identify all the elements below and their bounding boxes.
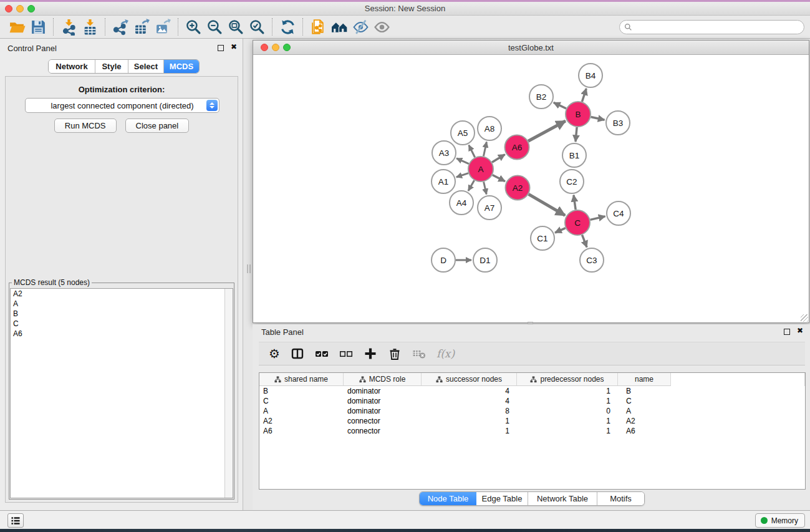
show-view-icon[interactable] bbox=[371, 17, 392, 36]
delete-column-icon[interactable] bbox=[388, 347, 402, 360]
delete-table-icon[interactable] bbox=[412, 347, 426, 360]
table-cell[interactable]: 1 bbox=[517, 427, 618, 435]
deselect-all-icon[interactable] bbox=[339, 347, 353, 360]
table-row[interactable]: Cdominator41C bbox=[259, 396, 805, 406]
function-builder-icon[interactable]: f(x) bbox=[436, 347, 455, 360]
graph-edge[interactable] bbox=[576, 127, 577, 142]
graph-edge[interactable] bbox=[469, 145, 475, 158]
column-header[interactable]: successor nodes bbox=[422, 373, 517, 386]
column-header[interactable]: MCDS role bbox=[344, 373, 422, 386]
close-panel-icon[interactable]: ✖ bbox=[797, 326, 803, 335]
scrollbar-track[interactable] bbox=[224, 289, 233, 498]
tab-select[interactable]: Select bbox=[128, 60, 164, 73]
table-cell[interactable]: A2 bbox=[618, 417, 671, 425]
table-cell[interactable]: 4 bbox=[422, 387, 517, 395]
column-header[interactable]: shared name bbox=[259, 373, 344, 386]
table-cell[interactable]: 8 bbox=[422, 407, 517, 415]
table-cell[interactable]: connector bbox=[344, 417, 422, 425]
vertical-splitter-handle[interactable] bbox=[247, 264, 251, 273]
open-file-icon[interactable] bbox=[6, 17, 27, 36]
table-cell[interactable]: A6 bbox=[259, 427, 344, 435]
table-cell[interactable]: A6 bbox=[618, 427, 671, 435]
table-cell[interactable]: 0 bbox=[517, 407, 618, 415]
node-table[interactable]: shared nameMCDS rolesuccessor nodesprede… bbox=[259, 372, 806, 490]
table-cell[interactable]: 1 bbox=[517, 387, 618, 395]
list-item[interactable]: B bbox=[11, 309, 233, 319]
graph-edge[interactable] bbox=[582, 235, 587, 248]
column-header[interactable]: name bbox=[618, 373, 671, 386]
table-cell[interactable]: 1 bbox=[422, 417, 517, 425]
graph-edge[interactable] bbox=[590, 216, 605, 220]
table-cell[interactable]: A2 bbox=[259, 417, 344, 425]
add-column-icon[interactable] bbox=[364, 347, 377, 360]
task-history-button[interactable] bbox=[7, 513, 24, 528]
table-cell[interactable]: 4 bbox=[422, 397, 517, 405]
export-table-icon[interactable] bbox=[131, 17, 152, 36]
tab-edge-table[interactable]: Edge Table bbox=[476, 492, 528, 505]
graph-edge[interactable] bbox=[574, 195, 576, 210]
tab-network[interactable]: Network bbox=[49, 60, 95, 73]
window-resize-grip[interactable] bbox=[801, 314, 808, 322]
search-input[interactable] bbox=[635, 22, 804, 33]
table-row[interactable]: Adominator80A bbox=[259, 406, 805, 416]
graph-edge[interactable] bbox=[529, 194, 565, 215]
tab-motifs[interactable]: Motifs bbox=[597, 492, 644, 505]
close-panel-icon[interactable]: ✖ bbox=[231, 42, 237, 51]
criterion-select[interactable]: largest connected component (directed) bbox=[25, 98, 219, 113]
graph-edge[interactable] bbox=[468, 180, 475, 191]
table-cell[interactable]: A bbox=[259, 407, 344, 415]
table-cell[interactable]: 1 bbox=[422, 427, 517, 435]
graph-edge[interactable] bbox=[492, 155, 505, 163]
mcds-result-list[interactable]: A2ABCA6 bbox=[10, 288, 233, 498]
network-window-titlebar[interactable]: testGlobe.txt bbox=[253, 41, 809, 55]
zoom-selected-icon[interactable] bbox=[246, 17, 268, 36]
export-image-icon[interactable] bbox=[152, 17, 173, 36]
column-header[interactable]: predecessor nodes bbox=[517, 373, 618, 386]
table-cell[interactable]: B bbox=[259, 387, 344, 395]
refresh-icon[interactable] bbox=[277, 17, 298, 36]
graph-edge[interactable] bbox=[483, 142, 486, 157]
table-cell[interactable]: dominator bbox=[344, 397, 422, 405]
graph-edge[interactable] bbox=[582, 89, 586, 102]
select-all-icon[interactable] bbox=[315, 347, 329, 360]
table-row[interactable]: A2connector11A2 bbox=[259, 416, 805, 426]
graph-edge[interactable] bbox=[484, 181, 487, 194]
split-columns-icon[interactable] bbox=[291, 347, 304, 360]
main-titlebar[interactable]: Session: New Session bbox=[0, 2, 810, 16]
list-item[interactable]: A2 bbox=[11, 289, 233, 299]
graph-edge[interactable] bbox=[591, 117, 605, 120]
table-cell[interactable]: 1 bbox=[517, 397, 618, 405]
hide-view-icon[interactable] bbox=[350, 17, 371, 36]
run-mcds-button[interactable]: Run MCDS bbox=[54, 118, 117, 133]
list-item[interactable]: A6 bbox=[11, 329, 233, 339]
zoom-in-icon[interactable] bbox=[183, 17, 204, 36]
graph-edge[interactable] bbox=[493, 175, 505, 181]
tab-mcds[interactable]: MCDS bbox=[164, 60, 199, 73]
zoom-fit-icon[interactable] bbox=[225, 17, 246, 36]
close-panel-button[interactable]: Close panel bbox=[125, 118, 190, 133]
network-from-file-icon[interactable] bbox=[307, 17, 329, 36]
network-canvas[interactable]: AA1A2A3A4A5A6A7A8BB1B2B3B4CC1C2C3C4DD1 bbox=[253, 55, 809, 322]
memory-button[interactable]: Memory bbox=[755, 513, 805, 528]
list-item[interactable]: A bbox=[11, 299, 233, 309]
table-cell[interactable]: dominator bbox=[344, 407, 422, 415]
tab-style[interactable]: Style bbox=[95, 60, 128, 73]
tab-network-table[interactable]: Network Table bbox=[528, 492, 597, 505]
table-cell[interactable]: 1 bbox=[517, 417, 618, 425]
table-row[interactable]: Bdominator41B bbox=[259, 386, 805, 396]
float-panel-icon[interactable] bbox=[218, 45, 224, 51]
search-field[interactable] bbox=[619, 20, 804, 34]
list-item[interactable]: C bbox=[11, 319, 233, 329]
graph-edge[interactable] bbox=[456, 158, 469, 164]
home-view-icon[interactable] bbox=[329, 17, 350, 36]
table-cell[interactable]: connector bbox=[344, 427, 422, 435]
import-table-icon[interactable] bbox=[79, 17, 100, 36]
tab-node-table[interactable]: Node Table bbox=[420, 492, 476, 505]
zoom-out-icon[interactable] bbox=[204, 17, 225, 36]
graph-edge[interactable] bbox=[456, 173, 468, 177]
save-session-icon[interactable] bbox=[27, 17, 49, 36]
gear-icon[interactable]: ⚙ bbox=[269, 347, 280, 360]
table-cell[interactable]: A bbox=[618, 407, 671, 415]
table-cell[interactable]: C bbox=[618, 397, 671, 405]
table-cell[interactable]: B bbox=[618, 387, 671, 395]
